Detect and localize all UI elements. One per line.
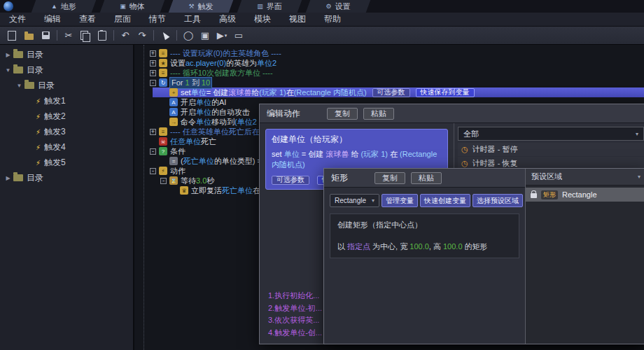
action-type-list: ◷计时器 - 暂停◷计时器 - 恢复	[458, 143, 644, 170]
pointer-button[interactable]	[157, 28, 174, 43]
quick-create-variable-button[interactable]: 快速创建变量	[420, 194, 470, 207]
sidebar-item-folder-4[interactable]: ▶目录	[0, 170, 133, 186]
tab-label: 界面	[267, 1, 282, 12]
sidebar-item-folder-2[interactable]: ▼目录	[0, 62, 133, 78]
menu-tools[interactable]: 工具	[175, 13, 210, 26]
expand-toggle[interactable]: +	[150, 60, 156, 66]
collapse-toggle[interactable]: -	[150, 168, 156, 174]
ui-icon: ▥	[257, 3, 263, 10]
trigger-tree-row[interactable]: +set 单位 = 创建 滚球兽 给 (玩家 1) 在 (Rectangle 内…	[153, 88, 644, 97]
tab-settings[interactable]: ⚙设置	[306, 0, 370, 13]
menu-viewport[interactable]: 视图	[280, 13, 315, 26]
save-button[interactable]	[37, 28, 54, 43]
action-type-item[interactable]: ◷计时器 - 暂停	[458, 143, 644, 156]
sidebar-item-trigger-5[interactable]: ⚡触发5	[0, 155, 133, 170]
timer-icon: ◷	[461, 145, 468, 154]
trigger-tree-row[interactable]: -↻For 1 到 10	[134, 78, 644, 88]
layout-button[interactable]: ▭	[230, 28, 247, 43]
copy-button[interactable]: 复制	[374, 172, 405, 184]
shape-icon: ◯	[183, 30, 194, 41]
menu-file[interactable]: 文件	[0, 13, 35, 26]
function-signature: 以 指定点 为中心, 宽 100.0, 高 100.0 的矩形	[337, 241, 512, 252]
manage-variables-button[interactable]: 管理变量	[382, 194, 418, 207]
sidebar-item-label: 触发3	[44, 126, 66, 138]
expand-arrow-icon[interactable]: ▶	[4, 175, 12, 181]
sidebar-item-folder-1[interactable]: ▶目录	[0, 47, 133, 62]
top-tab-bar: ▲地形▣物体⚒触发▥界面⚙设置	[0, 0, 644, 13]
context-line: 3.依次获得英...	[268, 314, 322, 327]
menu-help[interactable]: 帮助	[315, 13, 350, 26]
sidebar-item-trigger-3[interactable]: ⚡触发3	[0, 124, 133, 139]
open-project-button[interactable]	[20, 28, 37, 43]
death-event-icon: ☠	[159, 137, 167, 146]
action-type-label: 计时器 - 暂停	[472, 144, 518, 155]
expand-arrow-icon[interactable]: ▶	[4, 52, 12, 58]
sidebar-item-folder-3[interactable]: ▼目录	[0, 78, 133, 93]
tab-label: 地形	[61, 1, 76, 12]
redo-button[interactable]: ↷	[134, 28, 150, 43]
expand-toggle[interactable]: +	[150, 50, 156, 57]
chevron-down-icon: ▾	[372, 197, 374, 204]
expand-toggle[interactable]: +	[150, 129, 156, 135]
optional-params-button[interactable]: 可选参数	[372, 88, 410, 97]
optional-params-button[interactable]: 可选参数	[272, 176, 309, 185]
hero-icon: ★	[159, 59, 167, 67]
collapse-arrow-icon[interactable]: ▼	[15, 83, 23, 89]
rectangle-dialog-titlebar: 矩形 复制 粘贴	[324, 169, 525, 188]
chevron-down-icon: ▾	[225, 33, 227, 38]
preset-area-header[interactable]: 预设区域 ▾	[526, 169, 644, 186]
paste-button[interactable]: 粘贴	[363, 108, 394, 120]
tab-ui[interactable]: ▥界面	[237, 0, 302, 13]
shape-button[interactable]: ◯	[180, 28, 197, 43]
collapse-arrow-icon[interactable]: ▼	[4, 67, 12, 74]
paste-button[interactable]	[94, 28, 111, 43]
cut-icon: ✂	[65, 30, 73, 41]
quick-save-variable-button[interactable]: 快速保存到变量	[416, 88, 475, 97]
menu-plot[interactable]: 情节	[140, 13, 175, 26]
model-button[interactable]: ▣	[197, 28, 214, 43]
cut-button[interactable]: ✂	[60, 28, 77, 43]
wait-icon: ⌛	[169, 176, 178, 185]
menu-edit[interactable]: 编辑	[35, 13, 70, 26]
new-file-icon	[8, 31, 16, 41]
app-logo-icon[interactable]	[4, 1, 13, 11]
choose-preset-area-button[interactable]: 选择预设区域	[472, 194, 523, 207]
trigger-icon: ⚡	[36, 144, 41, 151]
sidebar-item-trigger-2[interactable]: ⚡触发2	[0, 108, 133, 124]
model-icon: ▣	[201, 30, 209, 41]
sidebar-item-trigger-1[interactable]: ⚡触发1	[0, 93, 133, 108]
trigger-tree-row[interactable]: +★设置 ac.player(0) 的英雄为 单位2	[134, 58, 644, 68]
chevron-down-icon: ▾	[636, 131, 638, 137]
tab-trigger[interactable]: ⚒触发	[169, 0, 233, 13]
sidebar-item-trigger-4[interactable]: ⚡触发4	[0, 139, 133, 155]
filter-value: 全部	[463, 129, 479, 139]
preset-name: Rectangle	[562, 190, 597, 199]
collapse-toggle[interactable]: -	[150, 148, 156, 155]
collapse-toggle[interactable]: -	[150, 80, 156, 86]
trigger-tree-row[interactable]: +≡---- 设置玩家(0)的主英雄角色 ----	[134, 48, 644, 58]
run-button[interactable]: ▶▾	[214, 28, 230, 43]
tab-object[interactable]: ▣物体	[100, 0, 164, 13]
menu-advanced[interactable]: 高级	[210, 13, 245, 26]
sidebar-item-label: 触发4	[44, 141, 66, 153]
new-file-button[interactable]	[4, 28, 20, 43]
tab-terrain[interactable]: ▲地形	[31, 0, 96, 13]
folder-icon	[24, 82, 34, 89]
menu-layer[interactable]: 层面	[105, 13, 140, 26]
menu-view[interactable]: 查看	[70, 13, 105, 26]
collapse-toggle[interactable]: -	[160, 178, 167, 184]
copy-button[interactable]	[77, 28, 94, 43]
copy-button[interactable]: 复制	[327, 108, 358, 120]
paste-button[interactable]: 粘贴	[411, 172, 442, 184]
expand-toggle[interactable]: +	[150, 70, 156, 76]
rectangle-select-dropdown[interactable]: Rectangle ▾	[330, 194, 379, 207]
preset-area-item[interactable]: 矩形 Rectangle	[526, 188, 644, 202]
selected-rectangle-value: Rectangle	[335, 197, 366, 204]
trigger-tree-row[interactable]: +≡---- 循环10次创建敌方单位 ----	[134, 68, 644, 78]
action-card-expression: set 单位 = 创建 滚球兽 给 (玩家 1) 在 (Rectangle 内随…	[272, 149, 442, 170]
menu-module[interactable]: 模块	[245, 13, 280, 26]
action-filter-dropdown[interactable]: 全部 ▾	[458, 127, 644, 141]
trigger-icon: ⚡	[36, 128, 41, 136]
undo-button[interactable]: ↶	[117, 28, 134, 43]
function-description-box: 创建矩形（指定中心点） 以 指定点 为中心, 宽 100.0, 高 100.0 …	[330, 214, 519, 258]
